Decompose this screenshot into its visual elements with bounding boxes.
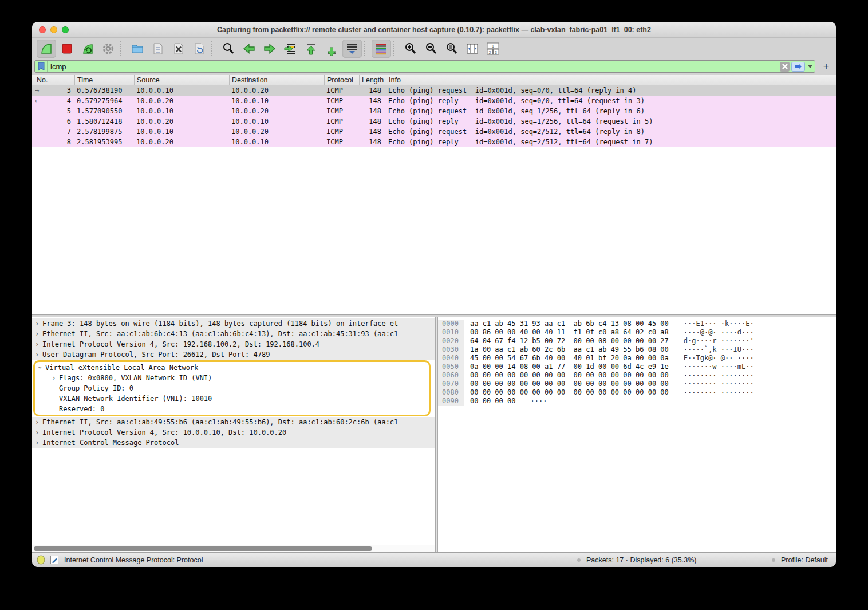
restart-capture-button[interactable] xyxy=(78,40,97,58)
detail-row-icmp[interactable]: Internet Control Message Protocol xyxy=(32,438,435,448)
zoom-out-icon xyxy=(424,42,438,56)
toolbar-separator xyxy=(393,41,399,56)
filter-add-button[interactable]: + xyxy=(820,60,833,73)
hex-row[interactable]: 008000 00 00 00 00 00 00 00 00 00 00 00 … xyxy=(438,388,836,397)
hex-row[interactable]: 002064 04 67 f4 12 b5 00 72 00 00 08 00 … xyxy=(438,337,836,345)
packet-row[interactable]: →3 0.576738190 10.0.0.10 10.0.0.20 ICMP … xyxy=(32,85,836,96)
hex-row[interactable]: 001000 86 00 00 40 00 40 11 f1 0f c0 a8 … xyxy=(438,328,836,337)
go-to-packet-icon xyxy=(283,42,297,56)
zoom-reset-button[interactable] xyxy=(442,40,461,58)
display-filter-input[interactable] xyxy=(48,62,780,71)
packet-row[interactable]: 6 1.580712418 10.0.0.20 10.0.0.10 ICMP 1… xyxy=(32,116,836,127)
open-file-button[interactable] xyxy=(128,40,147,58)
go-to-packet-button[interactable] xyxy=(281,40,300,58)
chevron-down-icon[interactable] xyxy=(35,363,45,373)
filter-dropdown-caret[interactable] xyxy=(808,65,812,68)
detail-row-vxlan-flags[interactable]: Flags: 0x0800, VXLAN Network ID (VNI) xyxy=(35,373,429,383)
detail-row-ethernet[interactable]: Ethernet II, Src: aa:c1:ab:6b:c4:13 (aa:… xyxy=(32,329,435,339)
column-header-time[interactable]: Time xyxy=(74,75,134,85)
chevron-right-icon[interactable] xyxy=(32,339,42,349)
zoom-window-button[interactable] xyxy=(62,26,69,33)
zoom-out-button[interactable] xyxy=(421,40,441,58)
detail-row-vxlan[interactable]: Virtual eXtensible Local Area Network xyxy=(35,363,429,373)
stop-capture-button[interactable] xyxy=(57,40,77,58)
hex-row[interactable]: 009000 00 00 00···· xyxy=(438,397,836,406)
packet-details-pane: Frame 3: 148 bytes on wire (1184 bits), … xyxy=(32,317,435,552)
packet-row[interactable]: ←4 0.579275964 10.0.0.20 10.0.0.10 ICMP … xyxy=(32,96,836,106)
restart-capture-fin-icon xyxy=(81,42,94,56)
hex-row[interactable]: 006000 00 00 00 00 00 00 00 00 00 00 00 … xyxy=(438,371,836,380)
packet-list: No. Time Source Destination Protocol Len… xyxy=(32,75,836,314)
chevron-right-icon[interactable] xyxy=(49,373,59,383)
go-last-packet-button[interactable] xyxy=(322,40,341,58)
vxlan-highlight-box: Virtual eXtensible Local Area Network Fl… xyxy=(33,360,431,416)
detail-row-inner-ethernet[interactable]: Ethernet II, Src: aa:c1:ab:49:55:b6 (aa:… xyxy=(32,417,435,427)
status-field-text: Internet Control Message Protocol: Proto… xyxy=(64,556,203,564)
packet-row[interactable]: 5 1.577090550 10.0.0.10 10.0.0.20 ICMP 1… xyxy=(32,106,836,116)
column-header-info[interactable]: Info xyxy=(386,75,836,85)
chevron-right-icon[interactable] xyxy=(32,349,42,360)
display-filter-box[interactable] xyxy=(34,60,815,73)
minimize-window-button[interactable] xyxy=(50,26,57,33)
detail-row-udp[interactable]: User Datagram Protocol, Src Port: 26612,… xyxy=(32,349,435,360)
auto-scroll-icon xyxy=(345,42,359,56)
wireshark-window: Capturing from packetflix:// remote clus… xyxy=(32,22,836,567)
arrow-up-bar-icon xyxy=(304,42,318,56)
find-packet-button[interactable] xyxy=(219,40,238,58)
layout-chooser-button[interactable]: 1 2 3 xyxy=(483,40,503,58)
go-first-packet-button[interactable] xyxy=(301,40,321,58)
chevron-right-icon[interactable] xyxy=(32,318,42,329)
filter-apply-button[interactable] xyxy=(791,62,805,72)
capture-comment-icon[interactable] xyxy=(50,555,60,565)
filter-bookmark-button[interactable] xyxy=(35,61,48,72)
hex-row[interactable]: 00500a 00 00 14 08 00 a1 77 00 1d 00 00 … xyxy=(438,363,836,371)
detail-row-frame[interactable]: Frame 3: 148 bytes on wire (1184 bits), … xyxy=(32,318,435,329)
details-horizontal-scrollbar[interactable] xyxy=(32,545,435,552)
column-header-length[interactable]: Length xyxy=(359,75,386,85)
reload-file-button[interactable] xyxy=(190,40,209,58)
chevron-right-icon[interactable] xyxy=(32,427,42,438)
save-file-button[interactable] xyxy=(148,40,168,58)
hex-row[interactable]: 0000aa c1 ab 45 31 93 aa c1 ab 6b c4 13 … xyxy=(438,320,836,328)
close-window-button[interactable] xyxy=(39,26,46,33)
detail-row-vxlan-reserved[interactable]: Reserved: 0 xyxy=(35,404,429,414)
column-header-no[interactable]: No. xyxy=(32,75,74,85)
resize-columns-button[interactable] xyxy=(463,40,482,58)
packet-list-header[interactable]: No. Time Source Destination Protocol Len… xyxy=(32,75,836,85)
detail-row-inner-ip[interactable]: Internet Protocol Version 4, Src: 10.0.0… xyxy=(32,427,435,438)
column-header-destination[interactable]: Destination xyxy=(229,75,324,85)
scrollbar-thumb[interactable] xyxy=(34,546,372,551)
capture-options-button[interactable] xyxy=(98,40,118,58)
toolbar-separator xyxy=(364,41,369,56)
hex-row[interactable]: 007000 00 00 00 00 00 00 00 00 00 00 00 … xyxy=(438,380,836,388)
hex-row[interactable]: 00301a 00 aa c1 ab 60 2c 6b aa c1 ab 49 … xyxy=(438,345,836,354)
chevron-right-icon[interactable] xyxy=(32,417,42,427)
packet-row[interactable]: 7 2.578199875 10.0.0.10 10.0.0.20 ICMP 1… xyxy=(32,127,836,137)
chevron-right-icon[interactable] xyxy=(32,329,42,339)
hex-row[interactable]: 004045 00 00 54 67 6b 40 00 40 01 bf 20 … xyxy=(438,354,836,363)
chevron-right-icon[interactable] xyxy=(32,438,42,448)
svg-text:2: 2 xyxy=(489,50,491,54)
start-capture-fin-icon xyxy=(40,42,53,56)
close-file-button[interactable] xyxy=(169,40,188,58)
stop-icon xyxy=(60,42,74,56)
detail-row-ip[interactable]: Internet Protocol Version 4, Src: 192.16… xyxy=(32,339,435,349)
packet-row[interactable]: 8 2.581953995 10.0.0.20 10.0.0.10 ICMP 1… xyxy=(32,137,836,147)
start-capture-button[interactable] xyxy=(37,40,56,58)
go-forward-button[interactable] xyxy=(260,40,279,58)
column-header-source[interactable]: Source xyxy=(134,75,229,85)
column-header-protocol[interactable]: Protocol xyxy=(324,75,359,85)
zoom-in-button[interactable] xyxy=(401,40,420,58)
detail-row-vxlan-group-policy[interactable]: Group Policy ID: 0 xyxy=(35,383,429,393)
expert-info-icon[interactable] xyxy=(37,555,45,565)
go-back-button[interactable] xyxy=(239,40,259,58)
auto-scroll-button[interactable] xyxy=(342,40,362,58)
reload-document-icon xyxy=(192,42,206,56)
filter-clear-button[interactable] xyxy=(780,62,790,72)
detail-row-vxlan-vni[interactable]: VXLAN Network Identifier (VNI): 10010 xyxy=(35,393,429,404)
zoom-reset-icon xyxy=(445,42,459,56)
hex-dump-pane[interactable]: 0000aa c1 ab 45 31 93 aa c1 ab 6b c4 13 … xyxy=(438,317,836,552)
profile-text[interactable]: Profile: Default xyxy=(781,556,828,564)
layout-1-2-3-icon: 1 2 3 xyxy=(486,41,500,56)
colorize-button[interactable] xyxy=(372,40,391,58)
